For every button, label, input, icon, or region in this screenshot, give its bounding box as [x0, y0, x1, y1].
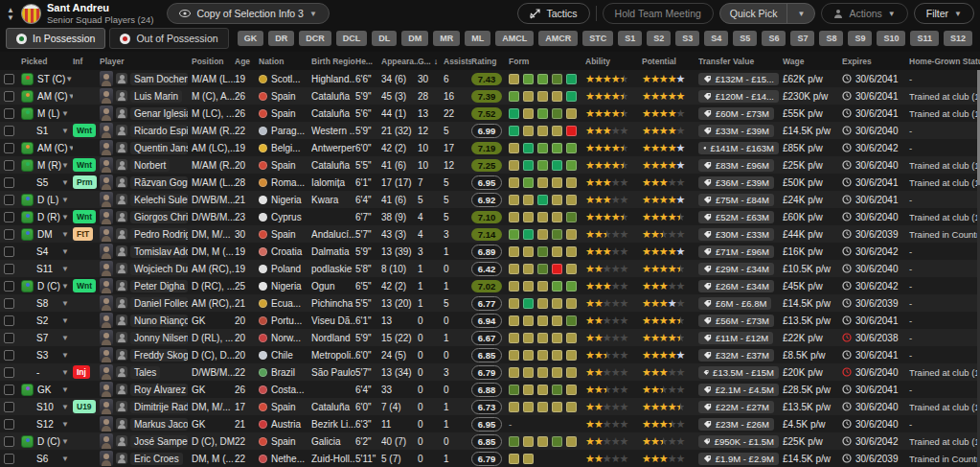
position-chip-s6[interactable]: S6 [762, 31, 786, 46]
row-checkbox[interactable] [4, 246, 14, 257]
player-row[interactable]: S7▼ Jonny Nilsen D (RL), ... 20 Norw... … [0, 329, 980, 346]
tab-out-of-possession[interactable]: Out of Possession [109, 28, 228, 49]
player-name[interactable]: Sam Docherty [130, 73, 188, 85]
player-info-icon[interactable] [116, 142, 127, 153]
col-height[interactable]: He... [355, 57, 381, 66]
player-name[interactable]: Quentin Jansen [130, 142, 188, 154]
col-nation[interactable]: Nation [259, 57, 311, 66]
row-checkbox[interactable] [4, 436, 14, 447]
hold-team-meeting-button[interactable]: Hold Team Meeting [603, 3, 714, 24]
row-checkbox[interactable] [4, 419, 14, 430]
col-age[interactable]: Age [235, 57, 259, 66]
view-selector-dropdown[interactable]: Copy of Selection Info 3 ▼ [167, 3, 329, 24]
player-row[interactable]: S6▼ Eric Croes DM, M (... 22 Nethe... Zu… [0, 450, 980, 467]
player-row[interactable]: S4▼ Tomislav Adolf B... DM, M (... 19 Cr… [0, 243, 980, 260]
position-chip-s2[interactable]: S2 [647, 31, 671, 46]
tab-in-possession[interactable]: In Possession [6, 28, 105, 49]
position-chip-mr[interactable]: MR [433, 31, 460, 46]
position-chip-amcl[interactable]: AMCL [495, 31, 534, 46]
player-info-icon[interactable] [116, 211, 127, 222]
picked-selector[interactable]: S4▼ [21, 246, 73, 257]
player-row[interactable]: DM▼ FtT Pedro Rodriguez DM, M/... 30 Spa… [0, 225, 980, 243]
player-name[interactable]: Eric Croes [130, 453, 183, 465]
chevron-down-icon[interactable]: ▼ [6, 14, 15, 21]
row-checkbox[interactable] [4, 315, 14, 326]
picked-selector[interactable]: S11▼ [21, 264, 73, 274]
row-checkbox[interactable] [4, 454, 14, 464]
player-info-icon[interactable] [116, 228, 127, 240]
filter-button[interactable]: Filter ▼ [914, 3, 974, 24]
player-info-icon[interactable] [116, 435, 127, 447]
quick-pick-dropdown[interactable]: ▼ [786, 4, 814, 23]
picked-selector[interactable]: S2▼ [21, 315, 73, 326]
row-checkbox[interactable] [4, 281, 14, 292]
player-row[interactable]: -▼ Inj Tales D/WB/M... 22 Brazil São Pau… [0, 363, 980, 381]
player-info-icon[interactable] [116, 245, 127, 257]
row-checkbox[interactable] [4, 229, 14, 240]
row-checkbox[interactable] [4, 402, 14, 412]
player-name[interactable]: Genar Iglesias [130, 107, 188, 120]
actions-button[interactable]: Actions ▼ [821, 3, 907, 24]
picked-selector[interactable]: S1▼ [21, 126, 73, 136]
col-ability[interactable]: Ability [585, 57, 642, 66]
position-chip-s4[interactable]: S4 [704, 31, 728, 46]
player-info-icon[interactable] [116, 349, 127, 361]
player-row[interactable]: M (L)▼ Genar Iglesias M (LC), ... 26 Spa… [0, 105, 980, 122]
picked-selector[interactable]: D (R)▼ [21, 211, 73, 223]
player-info-icon[interactable] [116, 315, 127, 326]
player-name[interactable]: Giorgos Christof... [130, 211, 188, 223]
position-chip-dr[interactable]: DR [268, 31, 294, 46]
col-form[interactable]: Form [509, 57, 585, 66]
picked-selector[interactable]: S8▼ [21, 298, 73, 309]
player-name[interactable]: José Samper [130, 435, 188, 448]
position-chip-ml[interactable]: ML [465, 31, 490, 46]
col-inf[interactable]: Inf [73, 57, 100, 66]
picked-selector[interactable]: D (C)▼ [21, 435, 73, 448]
player-row[interactable]: S2▼ Nuno Rianço GK 20 Portu... Viseu Dã.… [0, 312, 980, 329]
col-assists[interactable]: Assists [444, 57, 471, 66]
player-row[interactable]: ST (C)▼ Sam Docherty M/AM (L... 19 Scotl… [0, 70, 980, 87]
row-checkbox[interactable] [4, 350, 14, 361]
player-row[interactable]: D (L)▼ Kelechi Suleiman D/WB/M... 21 Nig… [0, 191, 980, 208]
player-name[interactable]: Roy Álvarez [130, 384, 188, 396]
position-chip-dl[interactable]: DL [372, 31, 397, 46]
player-row[interactable]: S3▼ Freddy Skogfoss D (C), D... 20 Chile… [0, 346, 980, 363]
chevron-up-icon[interactable]: ▲ [6, 7, 15, 13]
picked-selector[interactable]: S7▼ [21, 333, 73, 343]
row-checkbox[interactable] [4, 333, 14, 343]
player-info-icon[interactable] [116, 125, 127, 136]
player-info-icon[interactable] [116, 401, 127, 412]
position-chip-s8[interactable]: S8 [819, 31, 843, 46]
player-row[interactable]: S5▼ Prm Răzvan Gogu M/AM (L... 28 Roma..… [0, 174, 980, 191]
position-chip-stc[interactable]: STC [582, 31, 613, 46]
position-chip-dm[interactable]: DM [401, 31, 428, 46]
player-row[interactable]: D (C)▼ José Samper D (C), DM 22 Spain Ga… [0, 432, 980, 450]
player-name[interactable]: Pedro Rodriguez [130, 228, 188, 241]
player-name[interactable]: Daniel Folleco [130, 297, 188, 310]
tactics-button[interactable]: Tactics [517, 3, 589, 24]
position-chip-dcl[interactable]: DCL [336, 31, 368, 46]
player-name[interactable]: Wojciech Dudzi... [130, 263, 188, 275]
col-transfer-value[interactable]: Transfer Value [698, 57, 783, 66]
player-row[interactable]: M (R)▼ Wnt Norbert M/AM (R... 20 Spain C… [0, 156, 980, 174]
col-potential[interactable]: Potential [642, 57, 698, 66]
player-info-icon[interactable] [116, 90, 127, 102]
player-info-icon[interactable] [116, 73, 127, 84]
player-name[interactable]: Jonny Nilsen [130, 332, 188, 344]
position-chip-s5[interactable]: S5 [733, 31, 757, 46]
position-chip-s1[interactable]: S1 [618, 31, 642, 46]
player-name[interactable]: Tomislav Adolf B... [130, 245, 188, 258]
row-checkbox[interactable] [4, 160, 14, 171]
row-checkbox[interactable] [4, 126, 14, 136]
col-appearances[interactable]: Appeara... [381, 57, 418, 66]
col-home-grown-status[interactable]: Home-Grown Status [909, 57, 980, 66]
player-name[interactable]: Tales [130, 366, 160, 379]
col-goals[interactable]: G...↓ [418, 57, 444, 66]
row-checkbox[interactable] [4, 108, 14, 119]
picked-selector[interactable]: M (L)▼ [21, 107, 73, 120]
player-info-icon[interactable] [116, 384, 127, 395]
position-chip-s9[interactable]: S9 [848, 31, 872, 46]
player-row[interactable]: S10▼ U19 Dimitrije Radojičić DM, M/... 1… [0, 398, 980, 415]
player-info-icon[interactable] [116, 297, 127, 309]
player-row[interactable]: AM (C)▼ Luis Marin M (C), A... 26 Spain … [0, 87, 980, 105]
